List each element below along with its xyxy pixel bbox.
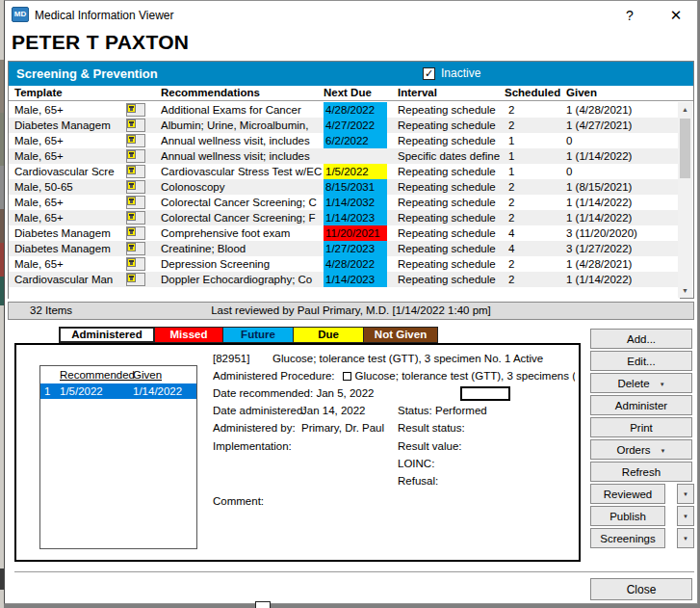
table-row[interactable]: Cardiovascular ManDoppler Echocardiograp… — [9, 272, 680, 287]
comment-label: Comment: — [213, 495, 264, 507]
history-row-number: 1 — [44, 383, 50, 399]
scheduled-cell: 1 — [508, 148, 537, 164]
action-button-stack: Add...Edit...Delete▼AdministerPrintOrder… — [590, 329, 696, 555]
administered-procedure-label: Administered Procedure: — [213, 370, 335, 382]
refresh-button[interactable]: Refresh — [590, 462, 692, 482]
publish-dropdown-button[interactable]: ▼ — [677, 506, 694, 526]
publish-button[interactable]: Publish — [590, 506, 665, 526]
print-button[interactable]: Print — [590, 417, 692, 437]
table-row[interactable]: Diabetes ManagemComprehensive foot exam1… — [9, 225, 680, 241]
column-header-next-due[interactable]: Next Due — [324, 87, 372, 98]
scheduled-cell: 1 — [508, 133, 537, 148]
screening-rows: Male, 65+Additional Exams for Cancer4/28… — [9, 102, 680, 299]
row-note-button[interactable] — [126, 134, 145, 147]
help-button[interactable]: ? — [617, 5, 642, 26]
add-button[interactable]: Add... — [590, 329, 692, 349]
column-header-scheduled[interactable]: Scheduled — [505, 87, 560, 98]
status-value: Performed — [435, 405, 487, 416]
empty-input-field[interactable] — [460, 386, 510, 401]
legend-tab-future[interactable]: Future — [222, 327, 294, 343]
row-note-button[interactable] — [126, 165, 145, 178]
table-row[interactable]: Male, 65+Annual wellness visit, includes… — [9, 133, 680, 148]
legend-tab-administered[interactable]: Administered — [59, 327, 155, 343]
recommendation-cell: Colonoscopy — [161, 179, 323, 195]
row-note-button[interactable] — [126, 211, 145, 225]
column-headers: Template Recommendations Next Due Interv… — [9, 86, 693, 101]
refusal-label: Refusal: — [398, 475, 438, 487]
close-button[interactable]: Close — [590, 578, 692, 600]
table-row[interactable]: Male, 65+Depression Screening4/28/2022Re… — [9, 256, 680, 272]
given-cell: 1 (8/15/2021) — [566, 179, 678, 195]
result-status-label: Result status: — [398, 422, 465, 434]
row-note-button[interactable] — [126, 257, 145, 271]
administer-button[interactable]: Administer — [590, 395, 692, 415]
column-header-given[interactable]: Given — [566, 87, 597, 98]
template-cell: Male, 65+ — [14, 210, 124, 225]
table-row[interactable]: Male, 50-65Colonoscopy8/15/2031Repeating… — [9, 179, 680, 195]
template-cell: Cardiovascular Scre — [14, 164, 124, 179]
row-note-button[interactable] — [126, 103, 145, 117]
template-cell: Male, 65+ — [14, 148, 124, 164]
status-bar: 32 Items Last reviewed by Paul Primary, … — [8, 302, 694, 320]
reviewed-button[interactable]: Reviewed — [590, 484, 665, 504]
history-header-given[interactable]: Given — [133, 369, 162, 381]
reviewed-dropdown-button[interactable]: ▼ — [677, 484, 694, 504]
recommendation-cell: Cardiovascular Stress Test w/EC — [161, 164, 323, 179]
legend-tab-not-given[interactable]: Not Given — [363, 327, 438, 343]
scheduled-cell: 4 — [508, 225, 537, 241]
screenings-button[interactable]: Screenings — [590, 528, 665, 548]
table-row[interactable]: Male, 65+Additional Exams for Cancer4/28… — [9, 102, 680, 118]
table-row[interactable]: Male, 65+Colorectal Cancer Screening; F1… — [9, 210, 680, 225]
edit-button[interactable]: Edit... — [590, 351, 692, 371]
legend-tab-missed[interactable]: Missed — [154, 327, 223, 343]
column-header-template[interactable]: Template — [14, 87, 63, 98]
scroll-down-icon[interactable]: ▼ — [678, 283, 692, 298]
interval-cell: Repeating schedule — [398, 118, 504, 133]
column-header-interval[interactable]: Interval — [398, 87, 437, 98]
recommendation-cell: Depression Screening — [161, 256, 323, 272]
date-administered-label: Date administered: — [213, 405, 306, 416]
table-row[interactable]: Cardiovascular ScreCardiovascular Stress… — [9, 164, 680, 179]
window-title: Medical Information Viewer — [35, 9, 174, 22]
scrollbar-thumb[interactable] — [680, 119, 690, 178]
row-note-button[interactable] — [126, 273, 145, 286]
screenings-dropdown-button[interactable]: ▼ — [677, 528, 694, 548]
vertical-scrollbar[interactable]: ▲ ▼ — [678, 102, 692, 298]
table-row[interactable]: Male, 65+Colorectal Cancer Screening; C1… — [9, 195, 680, 210]
recommendation-cell: Doppler Echocardiography; Co — [161, 272, 323, 287]
history-header-recommended[interactable]: Recommended — [60, 369, 135, 381]
row-note-button[interactable] — [126, 119, 145, 132]
note-icon — [127, 197, 136, 205]
close-window-button[interactable]: ✕ — [663, 5, 688, 26]
administered-by-label: Administered by: — [213, 422, 296, 434]
history-row[interactable]: 11/5/20221/14/2022 — [40, 383, 196, 399]
column-header-recommendations[interactable]: Recommendations — [161, 87, 260, 98]
status-label: Status: — [398, 405, 432, 416]
scroll-up-icon[interactable]: ▲ — [678, 102, 692, 117]
next-due-cell: 4/28/2022 — [324, 256, 387, 272]
note-icon — [127, 227, 136, 236]
history-recommended-date: 1/5/2022 — [60, 383, 103, 399]
checkbox-icon — [343, 372, 351, 381]
scheduled-cell: 2 — [508, 272, 537, 287]
table-row[interactable]: Diabetes ManagemAlbumin; Urine, Microalb… — [9, 118, 680, 133]
row-note-button[interactable] — [126, 242, 145, 255]
orders-button[interactable]: Orders▼ — [590, 439, 692, 460]
row-note-button[interactable] — [126, 196, 145, 209]
administered-procedure-line: Administered Procedure:Glucose; toleranc… — [213, 370, 575, 382]
history-given-date: 1/14/2022 — [133, 383, 182, 399]
delete-button[interactable]: Delete▼ — [590, 373, 692, 393]
legend-tab-due[interactable]: Due — [293, 327, 364, 343]
row-note-button[interactable] — [126, 149, 145, 163]
recommendation-cell: Annual wellness visit; includes — [161, 148, 323, 164]
table-row[interactable]: Male, 65+Annual wellness visit; includes… — [9, 148, 680, 164]
row-note-button[interactable] — [126, 180, 145, 194]
table-row[interactable]: Diabetes ManagemCreatinine; Blood1/27/20… — [9, 241, 680, 256]
inactive-checkbox[interactable]: ✓ — [423, 67, 435, 80]
history-table-headers: Recommended Given — [40, 366, 196, 383]
scheduled-cell: 2 — [508, 210, 537, 225]
row-note-button[interactable] — [126, 226, 145, 240]
result-value-label: Result value: — [398, 440, 461, 452]
administered-procedure-value: Glucose; tolerance test (GTT), 3 specime… — [355, 370, 575, 382]
template-cell: Diabetes Managem — [14, 241, 124, 256]
